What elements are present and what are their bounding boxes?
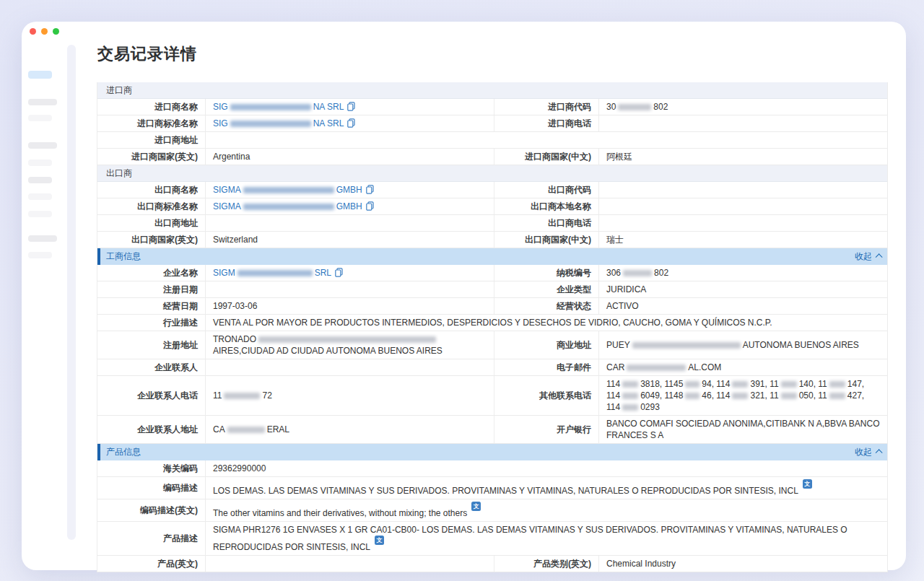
field-value: ACTIVO — [599, 298, 887, 314]
field-value[interactable]: SIGMAGMBH — [206, 182, 494, 198]
table-row: 出口商地址出口商电话 — [97, 215, 887, 232]
table-row: 出口商名称SIGMAGMBH出口商代码 — [97, 182, 887, 198]
value-text: AUTONOMA BUENOS AIRES — [743, 340, 859, 350]
redacted-text — [618, 104, 651, 110]
redacted-text — [732, 393, 748, 399]
field-label: 海关编码 — [97, 460, 206, 476]
field-value: CAERAL — [206, 416, 494, 443]
field-value[interactable]: SIGMSRL — [206, 265, 494, 281]
value-text[interactable]: GMBH — [336, 201, 362, 211]
table-row: 进口商国家(英文)Argentina进口商国家(中文)阿根廷 — [97, 149, 887, 165]
value-text: 1997-03-06 — [213, 301, 257, 311]
translate-icon[interactable]: 文A — [375, 536, 384, 545]
value-text[interactable]: GMBH — [336, 185, 362, 195]
copy-icon[interactable] — [366, 185, 374, 194]
field-value — [599, 198, 887, 214]
field-label: 出口商名称 — [97, 182, 206, 198]
field-label: 出口商标准名称 — [97, 198, 206, 214]
field-value — [206, 281, 494, 297]
value-text: 114 — [606, 390, 620, 401]
value-text[interactable]: SRL — [315, 268, 331, 278]
table-row: 注册日期企业类型JURIDICA — [97, 281, 887, 298]
value-text: 114 — [606, 402, 620, 412]
redacted-text — [781, 393, 797, 399]
field-label: 商业地址 — [494, 331, 599, 359]
field-value — [599, 182, 887, 198]
field-value-content: SIGMSRL — [213, 267, 343, 279]
field-value: VENTA AL POR MAYOR DE PRODUCTOS INTERMED… — [206, 315, 887, 331]
collapse-label: 收起 — [855, 446, 872, 458]
field-value-content: LOS DEMAS. LAS DEMAS VITAMINAS Y SUS DER… — [213, 479, 812, 497]
collapse-toggle[interactable]: 收起 — [855, 446, 880, 458]
table-row: 编码描述LOS DEMAS. LAS DEMAS VITAMINAS Y SUS… — [97, 477, 887, 499]
field-value — [599, 115, 887, 131]
copy-icon[interactable] — [347, 102, 355, 111]
field-label: 进口商国家(英文) — [97, 149, 206, 165]
redacted-text — [732, 381, 748, 388]
value-text[interactable]: NA SRL — [313, 102, 344, 112]
field-value-content: Chemical Industry — [606, 558, 676, 569]
field-label: 编码描述(英文) — [97, 499, 206, 521]
field-value-content: BANCO COMAFI SOCIEDAD ANONIMA,CITIBANK N… — [606, 418, 880, 441]
field-label: 企业联系人电话 — [97, 376, 206, 415]
section-title: 产品信息 — [106, 446, 141, 458]
table-row: 产品(英文)产品类别(英文)Chemical Industry — [97, 556, 887, 572]
field-label: 产品(英文) — [97, 556, 206, 572]
redacted-text — [237, 270, 313, 276]
section-header-product-info: 产品信息收起 — [97, 444, 887, 460]
redacted-text — [243, 204, 334, 210]
field-label: 出口商国家(中文) — [494, 232, 599, 248]
value-text[interactable]: NA SRL — [313, 118, 344, 128]
redacted-text — [227, 427, 265, 433]
value-text[interactable]: SIG — [213, 118, 228, 128]
page-title: 交易记录详情 — [97, 43, 197, 65]
redacted-text — [622, 393, 638, 399]
traffic-light-zoom[interactable] — [53, 28, 59, 35]
traffic-light-close[interactable] — [30, 28, 36, 35]
field-label: 出口商本地名称 — [494, 198, 599, 214]
field-value-content: 1143818, 114594, 114391, 11140, 11147,11… — [606, 378, 864, 413]
copy-icon[interactable] — [366, 201, 374, 211]
table-row: 出口商标准名称SIGMAGMBH出口商本地名称 — [97, 198, 887, 215]
field-value[interactable]: SIGNA SRL — [206, 99, 494, 115]
sidebar-skeleton-bar — [28, 211, 52, 217]
field-label: 编码描述 — [97, 477, 206, 499]
field-value-content: SIGMA PHR1276 1G ENVASES X 1 GR CA01-CB0… — [213, 524, 880, 553]
value-text[interactable]: SIGMA — [213, 201, 241, 211]
field-value-content: SIGNA SRL — [213, 101, 355, 113]
copy-icon[interactable] — [347, 118, 355, 128]
field-label: 进口商电话 — [494, 115, 599, 131]
value-text: 427, — [847, 390, 864, 401]
redacted-text — [243, 187, 334, 193]
detail-table: 进口商进口商名称SIGNA SRL进口商代码30802进口商标准名称SIGNA … — [97, 82, 888, 572]
value-text: LOS DEMAS. LAS DEMAS VITAMINAS Y SUS DER… — [213, 486, 798, 496]
value-text: TRONADO — [213, 334, 256, 344]
field-label: 开户银行 — [494, 416, 599, 443]
value-text: JURIDICA — [606, 284, 646, 294]
field-value-content: 瑞士 — [606, 234, 624, 245]
field-value: CARAL.COM — [599, 359, 887, 375]
value-text: 瑞士 — [606, 235, 624, 245]
redacted-text — [622, 404, 638, 411]
traffic-light-minimize[interactable] — [41, 28, 48, 35]
value-text[interactable]: SIGM — [213, 268, 235, 278]
field-value-content: SIGNA SRL — [213, 118, 355, 129]
field-label: 进口商标准名称 — [97, 115, 206, 131]
field-value-content: CAERAL — [213, 424, 289, 435]
copy-icon[interactable] — [335, 268, 343, 277]
section-title: 出口商 — [106, 167, 132, 180]
table-row: 企业名称SIGMSRL纳税编号306802 — [97, 265, 887, 281]
value-text: The other vitamins and their derivatives… — [213, 508, 467, 518]
value-text: 802 — [654, 268, 668, 278]
field-label: 经营日期 — [97, 298, 206, 314]
value-text[interactable]: SIGMA — [213, 185, 241, 195]
translate-icon[interactable]: 文A — [471, 502, 481, 511]
section-accent-bar — [97, 248, 100, 265]
field-value[interactable]: SIGNA SRL — [206, 115, 494, 131]
field-value[interactable]: SIGMAGMBH — [206, 198, 494, 214]
translate-icon[interactable]: 文A — [803, 479, 812, 489]
collapse-toggle[interactable]: 收起 — [855, 250, 880, 263]
chevron-up-icon — [876, 449, 883, 456]
value-text[interactable]: SIG — [213, 102, 228, 112]
field-value-content: ACTIVO — [606, 300, 639, 312]
